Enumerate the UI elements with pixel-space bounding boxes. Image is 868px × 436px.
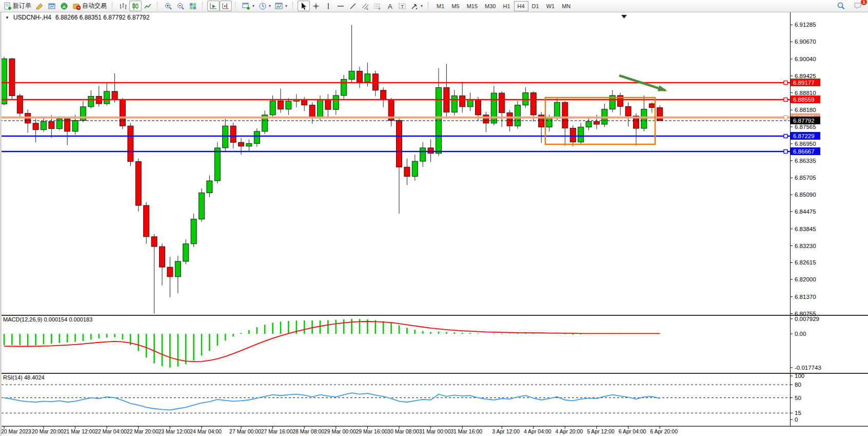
trendline-icon: [349, 2, 357, 10]
timeframe-m1-button[interactable]: M1: [433, 1, 448, 11]
svg-text:6 Apr 20:00: 6 Apr 20:00: [650, 428, 678, 434]
toolbar: 新订单: [0, 0, 868, 12]
timeframe-mn-button[interactable]: MN: [558, 1, 574, 11]
svg-text:A: A: [388, 3, 392, 10]
auto-trading-button[interactable]: 自动交易: [70, 1, 109, 11]
zoom-out-button[interactable]: [174, 1, 187, 11]
svg-text:6.90670: 6.90670: [795, 39, 816, 45]
cursor-icon: [300, 2, 308, 10]
svg-text:100: 100: [795, 373, 804, 379]
svg-text:6.82000: 6.82000: [795, 276, 816, 282]
svg-text:27 Mar 16:00: 27 Mar 16:00: [261, 428, 293, 434]
horizontal-line-tool-button[interactable]: [334, 1, 347, 11]
zoom-in-icon: [164, 2, 172, 10]
vertical-line-tool-button[interactable]: [322, 1, 334, 11]
crayon-button[interactable]: [33, 1, 46, 11]
equidistant-channel-tool-button[interactable]: E: [359, 1, 371, 11]
svg-text:F: F: [379, 7, 381, 10]
timeframe-m15-button[interactable]: M15: [463, 1, 481, 11]
tile-windows-icon: [189, 2, 197, 10]
svg-text:6.85705: 6.85705: [795, 175, 816, 181]
mt4-window: 新订单: [0, 0, 868, 436]
text-label-tool-button[interactable]: T: [396, 1, 408, 11]
fibonacci-tool-button[interactable]: F: [371, 1, 384, 11]
toolbar-separator: [235, 2, 238, 10]
svg-text:6.89425: 6.89425: [795, 73, 816, 79]
new-chart-button[interactable]: ▾: [240, 1, 257, 11]
svg-text:22 Mar 04:00: 22 Mar 04:00: [95, 428, 127, 434]
toolbar-group-chart-type: [116, 1, 155, 12]
rsi-indicator-label: RSI(14) 48.4024: [3, 374, 45, 381]
svg-text:27 Mar 00:00: 27 Mar 00:00: [229, 428, 261, 434]
profiles-icon: [48, 2, 56, 10]
toolbar-separator: [428, 2, 430, 10]
timeframe-h4-button[interactable]: H4: [514, 1, 528, 11]
toolbar-separator: [202, 2, 205, 10]
text-icon: A: [386, 2, 394, 10]
chart-shift-button[interactable]: [220, 1, 232, 11]
timeframe-h1-button[interactable]: H1: [499, 1, 514, 11]
svg-text:3 Apr 12:00: 3 Apr 12:00: [492, 428, 520, 434]
signals-button[interactable]: [58, 1, 70, 11]
tile-windows-button[interactable]: [187, 1, 199, 11]
macd-panel: 0.0079290.00-0.017743: [4, 316, 821, 371]
trendline-tool-button[interactable]: [347, 1, 359, 11]
toolbar-group-timeframes: M1 M5 M15 M30 H1 H4 D1 W1 MN: [432, 1, 575, 12]
timeframe-m30-button[interactable]: M30: [481, 1, 499, 11]
svg-text:6.83230: 6.83230: [795, 243, 816, 249]
periods-button[interactable]: ▾: [257, 1, 273, 11]
bar-chart-button[interactable]: [117, 1, 129, 11]
clock-icon: [259, 2, 267, 10]
svg-text:30 Mar 08:00: 30 Mar 08:00: [387, 428, 419, 434]
search-button[interactable]: [835, 1, 847, 11]
svg-text:0.007929: 0.007929: [795, 316, 819, 322]
auto-scroll-icon: [209, 2, 218, 10]
new-order-icon: [3, 2, 11, 10]
dropdown-caret: ▾: [252, 4, 254, 8]
toolbar-separator: [112, 2, 114, 10]
svg-text:6.87565: 6.87565: [795, 124, 816, 130]
profiles-button[interactable]: [46, 1, 58, 11]
arrows-tool-button[interactable]: ▾: [408, 1, 425, 11]
chart-title: ▼ USDCNH-,H4 6.88266 6.88351 6.87792 6.8…: [5, 14, 149, 21]
dropdown-caret: ▾: [285, 4, 287, 8]
crayon-icon: [35, 2, 44, 10]
svg-text:6.84475: 6.84475: [795, 208, 816, 215]
svg-text:6.87229: 6.87229: [793, 133, 815, 139]
toolbar-group-scroll: [206, 1, 233, 12]
vertical-line-icon: [324, 2, 332, 10]
text-label-icon: T: [398, 2, 406, 10]
chevron-down-icon[interactable]: ▼: [5, 15, 9, 20]
candlestick-chart-button[interactable]: [129, 1, 142, 11]
svg-text:6.90040: 6.90040: [795, 56, 816, 62]
signals-icon: [60, 2, 68, 10]
svg-text:80: 80: [795, 382, 801, 388]
svg-text:6.81370: 6.81370: [795, 294, 816, 300]
auto-scroll-button[interactable]: [207, 1, 220, 11]
svg-text:5 Apr 12:00: 5 Apr 12:00: [587, 428, 615, 434]
svg-text:15: 15: [795, 410, 801, 416]
line-chart-button[interactable]: [142, 1, 154, 11]
new-chart-icon: [242, 2, 250, 10]
svg-text:0: 0: [795, 416, 798, 423]
svg-text:31 Mar 16:00: 31 Mar 16:00: [450, 428, 482, 434]
notifications-button[interactable]: 1: [852, 1, 865, 11]
svg-text:6.83845: 6.83845: [795, 226, 816, 232]
chart-canvas[interactable]: 6.912856.906706.900406.894256.888106.881…: [0, 0, 868, 436]
rsi-panel: 1008050150: [2, 373, 804, 423]
cursor-tool-button[interactable]: [298, 1, 310, 11]
timeframe-m5-button[interactable]: M5: [448, 1, 463, 11]
text-tool-button[interactable]: A: [384, 1, 396, 11]
new-order-button[interactable]: 新订单: [1, 1, 33, 11]
toolbar-group-new-objects: ▾ ▾ ▾: [239, 1, 290, 12]
svg-text:6.86335: 6.86335: [795, 158, 816, 164]
svg-text:24 Mar 04:00: 24 Mar 04:00: [190, 428, 222, 434]
timeframe-w1-button[interactable]: W1: [543, 1, 559, 11]
timeframe-d1-button[interactable]: D1: [528, 1, 543, 11]
zoom-in-button[interactable]: [162, 1, 174, 11]
zoom-out-icon: [176, 2, 185, 10]
crosshair-tool-button[interactable]: [310, 1, 322, 11]
templates-button[interactable]: ▾: [273, 1, 289, 11]
svg-text:29 Mar 00:00: 29 Mar 00:00: [324, 428, 356, 434]
ohlc-quote-label: 6.88266 6.88351 6.87792 6.87792: [55, 14, 150, 21]
